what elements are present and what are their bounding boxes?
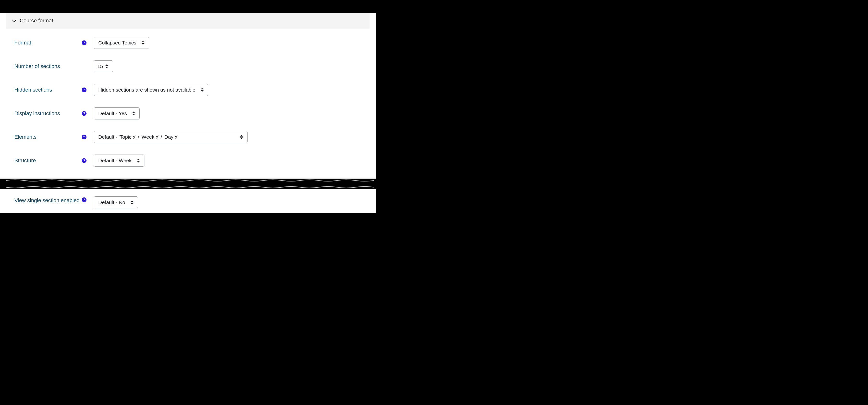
help-icon[interactable]: ?: [82, 88, 87, 92]
row-view-single-section: View single section enabled ? Default - …: [14, 196, 362, 208]
help-icon[interactable]: ?: [82, 111, 87, 116]
format-select[interactable]: Collapsed Topics: [94, 37, 149, 49]
help-icon[interactable]: ?: [82, 134, 87, 139]
row-structure: Structure ? Default - Week: [14, 155, 362, 166]
sort-caret-icon: [132, 112, 135, 115]
hidden-sections-value: Hidden sections are shown as not availab…: [98, 87, 195, 93]
label-format: Format: [14, 40, 82, 46]
sort-caret-icon: [130, 200, 133, 204]
label-elements: Elements: [14, 134, 82, 140]
help-icon[interactable]: ?: [82, 158, 87, 163]
torn-gap: [0, 179, 376, 189]
sort-caret-icon: [240, 135, 243, 139]
sort-caret-icon: [105, 64, 108, 68]
elements-value: Default - 'Topic x' / 'Week x' / 'Day x': [98, 134, 178, 140]
top-strip: [0, 0, 376, 10]
form-area: Format ? Collapsed Topics Number of sect…: [0, 29, 376, 174]
row-elements: Elements ? Default - 'Topic x' / 'Week x…: [14, 131, 362, 143]
elements-select[interactable]: Default - 'Topic x' / 'Week x' / 'Day x': [94, 131, 248, 143]
sort-caret-icon: [137, 159, 140, 162]
structure-value: Default - Week: [98, 158, 132, 163]
format-value: Collapsed Topics: [98, 40, 136, 46]
sort-caret-icon: [142, 41, 145, 45]
panel-bottom: View single section enabled ? Default - …: [0, 189, 376, 213]
torn-edge-top: [6, 179, 374, 182]
panel-top: Course format Format ? Collapsed Topics …: [0, 13, 376, 179]
structure-select[interactable]: Default - Week: [94, 155, 145, 166]
help-icon[interactable]: ?: [82, 197, 87, 202]
view-single-section-value: Default - No: [98, 199, 125, 205]
num-sections-select[interactable]: 15: [94, 60, 113, 72]
label-display-instructions: Display instructions: [14, 110, 82, 117]
row-hidden-sections: Hidden sections ? Hidden sections are sh…: [14, 84, 362, 96]
course-format-section-toggle[interactable]: Course format: [6, 13, 370, 29]
label-view-single-section: View single section enabled: [14, 196, 82, 205]
view-single-section-select[interactable]: Default - No: [94, 196, 138, 208]
row-num-sections: Number of sections 15: [14, 60, 362, 72]
label-structure: Structure: [14, 157, 82, 164]
chevron-down-icon: [12, 19, 16, 22]
help-icon[interactable]: ?: [82, 40, 87, 45]
row-display-instructions: Display instructions ? Default - Yes: [14, 107, 362, 120]
display-instructions-select[interactable]: Default - Yes: [94, 107, 140, 120]
torn-edge-bottom: [6, 185, 374, 189]
label-hidden-sections: Hidden sections: [14, 87, 82, 93]
display-instructions-value: Default - Yes: [98, 111, 127, 116]
row-format: Format ? Collapsed Topics: [14, 37, 362, 49]
section-title: Course format: [20, 18, 53, 24]
hidden-sections-select[interactable]: Hidden sections are shown as not availab…: [94, 84, 208, 96]
sort-caret-icon: [201, 88, 204, 92]
label-num-sections: Number of sections: [14, 63, 82, 69]
page-canvas: Course format Format ? Collapsed Topics …: [0, 0, 376, 213]
num-sections-value: 15: [97, 63, 103, 69]
